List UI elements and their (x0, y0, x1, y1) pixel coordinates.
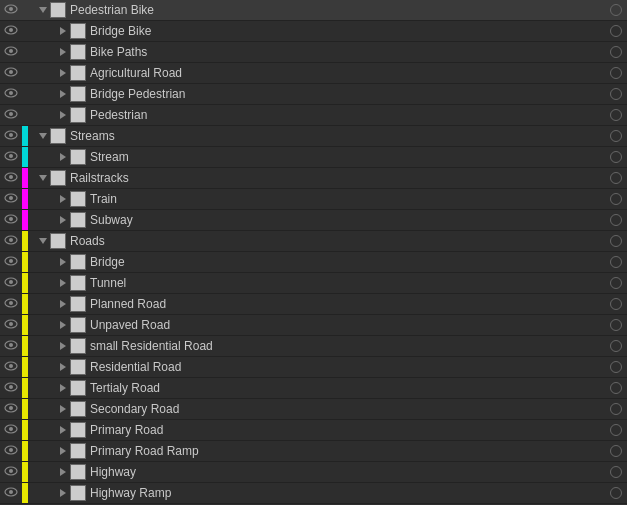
options-button[interactable] (605, 403, 627, 415)
layer-row[interactable]: Secondary Road (0, 399, 627, 420)
expand-button[interactable] (36, 175, 50, 181)
visibility-toggle[interactable] (0, 66, 22, 80)
visibility-toggle[interactable] (0, 486, 22, 500)
expand-button[interactable] (56, 48, 70, 56)
options-button[interactable] (605, 319, 627, 331)
expand-button[interactable] (56, 363, 70, 371)
layer-row[interactable]: Tertialy Road (0, 378, 627, 399)
visibility-toggle[interactable] (0, 108, 22, 122)
expand-button[interactable] (56, 300, 70, 308)
expand-button[interactable] (36, 7, 50, 13)
visibility-toggle[interactable] (0, 234, 22, 248)
layer-row[interactable]: Railstracks (0, 168, 627, 189)
visibility-toggle[interactable] (0, 150, 22, 164)
visibility-toggle[interactable] (0, 213, 22, 227)
expand-button[interactable] (56, 447, 70, 455)
expand-button[interactable] (56, 342, 70, 350)
visibility-toggle[interactable] (0, 318, 22, 332)
options-button[interactable] (605, 235, 627, 247)
expand-button[interactable] (56, 426, 70, 434)
layer-row[interactable]: Highway Ramp (0, 483, 627, 504)
options-button[interactable] (605, 67, 627, 79)
layer-row[interactable]: Bridge (0, 252, 627, 273)
expand-button[interactable] (56, 216, 70, 224)
visibility-toggle[interactable] (0, 423, 22, 437)
expand-button[interactable] (56, 405, 70, 413)
options-button[interactable] (605, 214, 627, 226)
visibility-toggle[interactable] (0, 24, 22, 38)
expand-button[interactable] (56, 468, 70, 476)
layer-row[interactable]: Highway (0, 462, 627, 483)
options-button[interactable] (605, 340, 627, 352)
options-button[interactable] (605, 46, 627, 58)
visibility-toggle[interactable] (0, 297, 22, 311)
visibility-toggle[interactable] (0, 171, 22, 185)
visibility-toggle[interactable] (0, 402, 22, 416)
options-button[interactable] (605, 382, 627, 394)
options-button[interactable] (605, 193, 627, 205)
color-bar (22, 399, 28, 419)
visibility-toggle[interactable] (0, 192, 22, 206)
expand-button[interactable] (56, 69, 70, 77)
visibility-toggle[interactable] (0, 87, 22, 101)
options-button[interactable] (605, 277, 627, 289)
eye-icon (4, 213, 18, 227)
expand-button[interactable] (56, 279, 70, 287)
options-button[interactable] (605, 298, 627, 310)
layer-row[interactable]: Train (0, 189, 627, 210)
expand-button[interactable] (56, 384, 70, 392)
options-button[interactable] (605, 25, 627, 37)
options-button[interactable] (605, 172, 627, 184)
options-button[interactable] (605, 88, 627, 100)
layer-row[interactable]: Streams (0, 126, 627, 147)
layer-row[interactable]: Planned Road (0, 294, 627, 315)
options-button[interactable] (605, 466, 627, 478)
expand-button[interactable] (56, 111, 70, 119)
visibility-toggle[interactable] (0, 276, 22, 290)
visibility-toggle[interactable] (0, 381, 22, 395)
visibility-toggle[interactable] (0, 129, 22, 143)
visibility-toggle[interactable] (0, 255, 22, 269)
options-button[interactable] (605, 151, 627, 163)
layer-row[interactable]: Primary Road Ramp (0, 441, 627, 462)
visibility-toggle[interactable] (0, 360, 22, 374)
visibility-toggle[interactable] (0, 339, 22, 353)
layer-row[interactable]: Subway (0, 210, 627, 231)
layer-row[interactable]: Roads (0, 231, 627, 252)
visibility-toggle[interactable] (0, 45, 22, 59)
options-button[interactable] (605, 445, 627, 457)
options-button[interactable] (605, 109, 627, 121)
options-button[interactable] (605, 361, 627, 373)
expand-button[interactable] (56, 27, 70, 35)
visibility-toggle[interactable] (0, 3, 22, 17)
eye-icon (4, 171, 18, 185)
expand-button[interactable] (56, 489, 70, 497)
layer-row[interactable]: Bike Paths (0, 42, 627, 63)
options-button[interactable] (605, 256, 627, 268)
expand-button[interactable] (36, 238, 50, 244)
layer-row[interactable]: Residential Road (0, 357, 627, 378)
expand-button[interactable] (56, 258, 70, 266)
visibility-toggle[interactable] (0, 444, 22, 458)
layer-row[interactable]: Pedestrian (0, 105, 627, 126)
layer-row[interactable]: small Residential Road (0, 336, 627, 357)
expand-button[interactable] (56, 195, 70, 203)
options-button[interactable] (605, 4, 627, 16)
options-button[interactable] (605, 487, 627, 499)
layer-row[interactable]: Unpaved Road (0, 315, 627, 336)
options-button[interactable] (605, 424, 627, 436)
collapse-icon (39, 175, 47, 181)
layer-row[interactable]: Primary Road (0, 420, 627, 441)
layer-row[interactable]: Bridge Bike (0, 21, 627, 42)
layer-row[interactable]: Stream (0, 147, 627, 168)
layer-row[interactable]: Bridge Pedestrian (0, 84, 627, 105)
options-button[interactable] (605, 130, 627, 142)
expand-button[interactable] (56, 321, 70, 329)
layer-row[interactable]: Pedestrian Bike (0, 0, 627, 21)
expand-button[interactable] (36, 133, 50, 139)
expand-button[interactable] (56, 90, 70, 98)
visibility-toggle[interactable] (0, 465, 22, 479)
layer-row[interactable]: Agricultural Road (0, 63, 627, 84)
layer-row[interactable]: Tunnel (0, 273, 627, 294)
expand-button[interactable] (56, 153, 70, 161)
